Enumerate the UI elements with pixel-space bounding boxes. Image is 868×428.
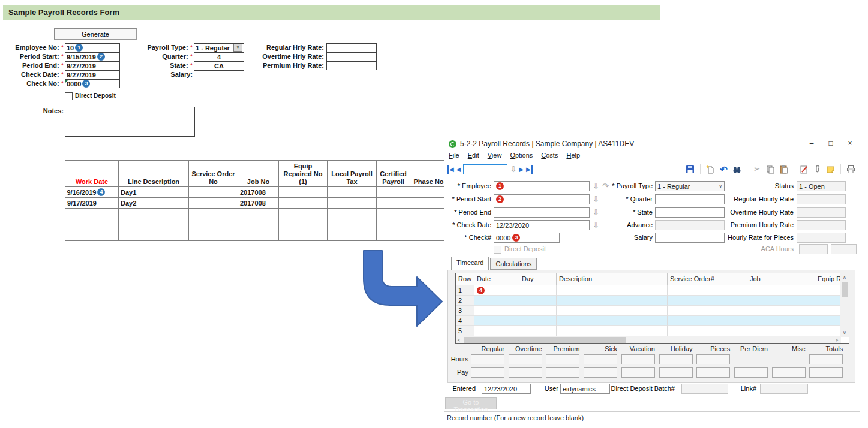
table-cell[interactable] [410, 209, 447, 219]
menu-file[interactable]: File [444, 150, 464, 159]
previous-record-icon[interactable]: ◀ [456, 165, 461, 174]
grid-cell[interactable] [815, 306, 840, 316]
table-cell[interactable] [65, 230, 119, 241]
grid-cell[interactable] [747, 316, 815, 326]
table-cell[interactable] [410, 187, 447, 198]
table-cell[interactable]: 2017008 [238, 187, 279, 198]
direct-deposit-checkbox[interactable] [65, 92, 73, 100]
print-icon[interactable] [846, 164, 856, 174]
scrollbar-thumb[interactable] [842, 282, 848, 297]
table-cell[interactable] [189, 230, 238, 241]
table-cell[interactable] [119, 230, 189, 241]
table-cell[interactable] [119, 209, 189, 219]
table-cell[interactable] [119, 219, 189, 230]
grid-cell[interactable] [668, 296, 747, 306]
table-cell[interactable] [279, 198, 328, 209]
copy-icon[interactable] [765, 164, 776, 174]
undo-icon[interactable]: ↶ [719, 164, 729, 174]
table-cell[interactable]: Day2 [119, 198, 189, 209]
scroll-left-icon[interactable]: < [457, 337, 460, 343]
vertical-scrollbar[interactable]: ∧∨ [840, 273, 849, 337]
table-cell[interactable] [279, 187, 328, 198]
table-cell[interactable] [328, 230, 377, 241]
paste-icon[interactable] [779, 164, 789, 174]
field-input[interactable] [326, 61, 377, 70]
scroll-up-icon[interactable]: ∧ [840, 275, 849, 280]
table-cell[interactable] [279, 219, 328, 230]
next-record-icon[interactable]: ▶ [519, 165, 524, 174]
cut-icon[interactable]: ✂ [752, 164, 762, 174]
table-cell[interactable] [410, 198, 447, 209]
scrollbar-thumb[interactable] [464, 337, 626, 343]
grid-cell[interactable] [474, 316, 519, 326]
save-icon[interactable] [685, 164, 695, 174]
grid-cell[interactable] [557, 306, 668, 316]
titlebar[interactable]: 5-2-2 Payroll Records | Sample Company |… [444, 137, 860, 150]
edit-note-icon[interactable] [799, 164, 809, 174]
grid-cell[interactable] [747, 296, 815, 306]
table-cell[interactable] [377, 230, 410, 241]
scroll-right-icon[interactable]: > [836, 337, 839, 343]
grid-cell[interactable] [747, 326, 815, 336]
table-cell[interactable] [328, 209, 377, 219]
table-cell[interactable] [279, 209, 328, 219]
tab-timecard[interactable]: Timecard [451, 257, 489, 270]
grid-cell[interactable] [557, 285, 668, 296]
field-input[interactable]: 00003 [65, 79, 120, 88]
menu-view[interactable]: View [483, 150, 506, 159]
table-cell[interactable] [377, 187, 410, 198]
grid-cell[interactable] [668, 306, 747, 316]
table-cell[interactable] [377, 219, 410, 230]
tab-calculations[interactable]: Calculations [490, 258, 537, 270]
field-input[interactable] [326, 43, 377, 52]
table-cell[interactable] [377, 198, 410, 209]
grid-cell[interactable] [815, 326, 840, 336]
notes-field[interactable] [65, 107, 195, 137]
table-cell[interactable] [410, 219, 447, 230]
grid-cell[interactable] [747, 285, 815, 296]
grid-cell[interactable] [519, 316, 557, 326]
last-record-icon[interactable]: ▶ [526, 165, 533, 174]
record-number-input[interactable] [463, 164, 507, 174]
grid-cell[interactable] [474, 326, 519, 336]
grid-cell[interactable] [815, 296, 840, 306]
grid-cell[interactable] [668, 326, 747, 336]
sticky-note-icon[interactable] [825, 164, 836, 174]
generate-button[interactable]: Generate [54, 28, 137, 40]
grid-cell[interactable] [557, 296, 668, 306]
new-icon[interactable] [705, 164, 716, 174]
table-cell[interactable] [328, 198, 377, 209]
grid-cell[interactable]: 4 [474, 285, 519, 296]
grid-cell[interactable] [474, 296, 519, 306]
scroll-down-icon[interactable]: ∨ [840, 330, 849, 336]
record-lookup-icon[interactable]: ⇩ [510, 165, 516, 174]
first-record-icon[interactable]: ◀ [447, 165, 454, 174]
table-cell[interactable] [328, 187, 377, 198]
grid-cell[interactable] [815, 285, 840, 296]
minimize-button[interactable]: – [802, 137, 821, 150]
table-cell[interactable] [189, 198, 238, 209]
table-cell[interactable] [65, 219, 119, 230]
table-cell[interactable] [238, 209, 279, 219]
table-cell[interactable]: Day1 [119, 187, 189, 198]
grid-cell[interactable] [747, 306, 815, 316]
field-input[interactable] [194, 70, 244, 79]
table-cell[interactable] [410, 230, 447, 241]
table-cell[interactable] [377, 209, 410, 219]
field-input[interactable] [326, 52, 377, 61]
grid-cell[interactable] [557, 316, 668, 326]
grid-cell[interactable] [519, 296, 557, 306]
attachment-icon[interactable] [812, 164, 822, 174]
grid-cell[interactable] [474, 306, 519, 316]
table-cell[interactable] [328, 219, 377, 230]
menu-help[interactable]: Help [562, 150, 584, 159]
close-button[interactable]: × [840, 137, 860, 150]
grid-cell[interactable] [815, 316, 840, 326]
grid-cell[interactable] [557, 326, 668, 336]
menu-options[interactable]: Options [506, 150, 537, 159]
table-cell[interactable]: 2017008 [238, 198, 279, 209]
table-cell[interactable] [279, 230, 328, 241]
find-icon[interactable] [732, 164, 742, 174]
table-cell[interactable] [238, 219, 279, 230]
table-cell[interactable] [238, 230, 279, 241]
